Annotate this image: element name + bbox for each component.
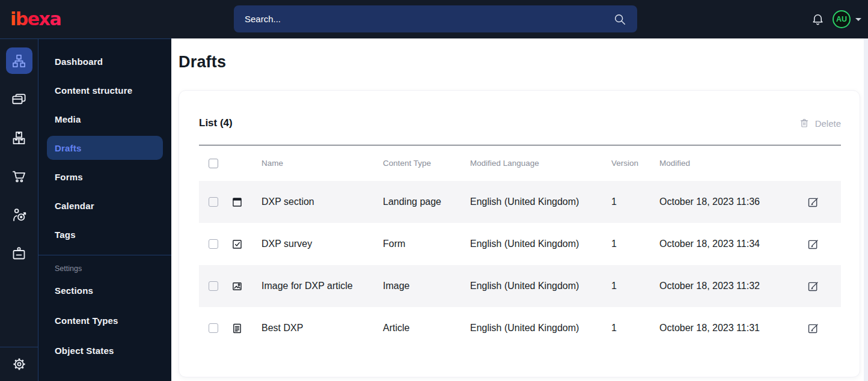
svg-text:ibexa: ibexa	[10, 8, 61, 29]
icon-rail	[0, 38, 38, 381]
sidebar-item-dashboard[interactable]: Dashboard	[38, 47, 171, 76]
sidebar-item-media[interactable]: Media	[38, 105, 171, 133]
chevron-down-icon	[855, 18, 861, 21]
delete-button[interactable]: Delete	[799, 118, 841, 129]
topbar-actions: AU	[811, 0, 861, 38]
rail-item-personalization[interactable]	[6, 201, 32, 228]
draft-name: Image for DXP article	[257, 281, 383, 291]
drafts-card: List (4) Delete Name Content Type Modifi…	[179, 90, 860, 377]
column-header-content-type: Content Type	[383, 159, 470, 168]
edit-icon	[807, 280, 819, 293]
draft-language: English (United Kingdom)	[470, 281, 611, 291]
row-checkbox[interactable]	[209, 323, 218, 333]
draft-version: 1	[611, 281, 659, 291]
draft-name: Best DXP	[257, 323, 383, 334]
draft-modified: October 18, 2023 11:34	[659, 239, 807, 249]
user-menu-button[interactable]: AU	[833, 10, 861, 28]
image-icon	[223, 280, 257, 293]
rail-item-settings[interactable]	[0, 347, 38, 381]
column-header-modified: Modified	[659, 159, 807, 168]
sidebar-item-calendar[interactable]: Calendar	[38, 191, 171, 220]
draft-name: DXP section	[257, 197, 383, 207]
table-header-row: Name Content Type Modified Language Vers…	[199, 145, 841, 181]
draft-language: English (United Kingdom)	[470, 239, 611, 249]
draft-language: English (United Kingdom)	[470, 197, 611, 207]
notifications-bell-icon[interactable]	[811, 13, 825, 26]
draft-modified: October 18, 2023 11:31	[659, 323, 807, 334]
draft-language: English (United Kingdom)	[470, 323, 611, 334]
page-title: Drafts	[179, 53, 226, 72]
sidebar-item-content-structure[interactable]: Content structure	[38, 76, 171, 105]
column-header-modified-language: Modified Language	[470, 159, 611, 168]
row-checkbox[interactable]	[209, 239, 218, 249]
sidebar-item-forms[interactable]: Forms	[38, 162, 171, 191]
sidebar-item-object-states[interactable]: Object States	[38, 336, 171, 365]
draft-content-type: Landing page	[383, 197, 470, 207]
search-input[interactable]	[245, 14, 613, 24]
pages-icon	[11, 91, 27, 108]
draft-modified: October 18, 2023 11:36	[659, 197, 807, 207]
column-header-name: Name	[257, 159, 383, 168]
gear-icon	[11, 356, 27, 372]
sidebar-item-sections[interactable]: Sections	[38, 276, 171, 305]
trash-icon	[799, 118, 810, 129]
table-row: Best DXP Article English (United Kingdom…	[199, 307, 841, 349]
edit-button[interactable]	[807, 322, 819, 335]
draft-version: 1	[611, 239, 659, 249]
sitemap-icon	[11, 53, 27, 69]
edit-icon	[807, 196, 819, 209]
select-all-checkbox[interactable]	[209, 159, 218, 168]
form-icon	[223, 238, 257, 251]
draft-modified: October 18, 2023 11:32	[659, 281, 807, 291]
avatar: AU	[833, 10, 851, 28]
article-icon	[223, 322, 257, 335]
rail-item-commerce[interactable]	[6, 163, 32, 189]
list-count-title: List (4)	[199, 117, 233, 129]
draft-content-type: Article	[383, 323, 470, 334]
table-row: Image for DXP article Image English (Uni…	[199, 265, 841, 307]
draft-version: 1	[611, 197, 659, 207]
edit-icon	[807, 322, 819, 335]
sidebar-menu: Dashboard Content structure Media Drafts…	[38, 38, 171, 381]
rail-item-workspace[interactable]	[6, 240, 32, 266]
boxes-icon	[11, 130, 27, 146]
main-content: Drafts List (4) Delete Name Content Type	[171, 38, 868, 381]
sidebar-item-content-types[interactable]: Content Types	[38, 306, 171, 335]
column-header-version: Version	[611, 159, 659, 168]
table-row: DXP section Landing page English (United…	[199, 181, 841, 223]
delete-button-label: Delete	[815, 118, 841, 129]
page-scrollbar[interactable]	[864, 38, 868, 381]
badge-icon	[11, 245, 27, 261]
drafts-table: Name Content Type Modified Language Vers…	[199, 145, 841, 349]
rail-item-content[interactable]	[6, 47, 32, 74]
row-checkbox[interactable]	[209, 197, 218, 207]
sidebar-item-drafts[interactable]: Drafts	[47, 136, 163, 160]
edit-icon	[807, 238, 819, 251]
draft-content-type: Form	[383, 239, 470, 249]
draft-content-type: Image	[383, 281, 470, 291]
ibexa-logo[interactable]: ibexa	[10, 8, 81, 30]
edit-button[interactable]	[807, 196, 819, 209]
row-checkbox[interactable]	[209, 281, 218, 291]
rail-item-products[interactable]	[6, 124, 32, 151]
rail-item-pages[interactable]	[6, 86, 32, 112]
sidebar-item-tags[interactable]: Tags	[38, 220, 171, 249]
edit-button[interactable]	[807, 280, 819, 293]
target-person-icon	[11, 207, 27, 223]
draft-version: 1	[611, 323, 659, 334]
cart-icon	[11, 168, 27, 184]
search-icon[interactable]	[613, 13, 626, 26]
topbar: ibexa AU	[0, 0, 868, 38]
draft-name: DXP survey	[257, 239, 383, 249]
settings-section-label: Settings	[38, 255, 171, 275]
table-row: DXP survey Form English (United Kingdom)…	[199, 223, 841, 265]
global-search	[234, 5, 637, 32]
landing-page-icon	[223, 196, 257, 209]
ibexa-logo-icon: ibexa	[10, 8, 81, 30]
edit-button[interactable]	[807, 238, 819, 251]
